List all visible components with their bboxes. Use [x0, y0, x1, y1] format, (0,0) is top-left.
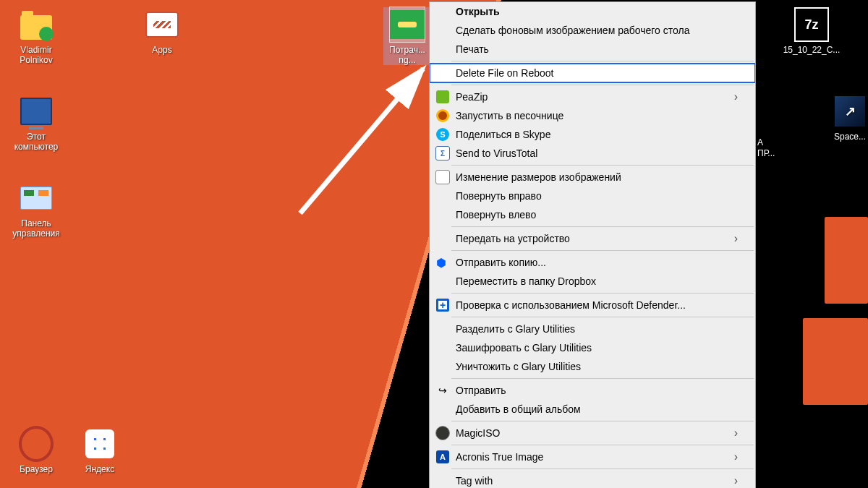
chevron-right-icon: ›	[734, 232, 738, 245]
chevron-right-icon: ›	[734, 427, 738, 440]
menu-glary-split[interactable]: Разделить с Glary Utilities	[430, 320, 755, 338]
obscured-icon-label: А ПР...	[757, 137, 775, 159]
desktop[interactable]: Vladimir Polnikov Apps Этот компьютер Па…	[0, 0, 868, 488]
user-folder-label: Vladimir Polnikov	[6, 45, 67, 65]
menu-delete-on-reboot[interactable]: Delete File on Reboot	[430, 64, 755, 82]
context-menu: Открыть Сделать фоновым изображением раб…	[429, 1, 756, 488]
virustotal-icon: Σ	[435, 146, 450, 160]
menu-open[interactable]: Открыть	[430, 2, 755, 21]
menu-defender-scan[interactable]: Проверка с использованием Microsoft Defe…	[430, 296, 755, 314]
dropbox-icon: ⬢	[435, 255, 450, 270]
share-icon: ↪	[435, 383, 450, 398]
menu-print[interactable]: Печать	[430, 40, 755, 59]
sandboxie-icon	[435, 108, 450, 123]
control-panel-label: Панель управления	[6, 218, 67, 239]
menu-glary-destroy[interactable]: Уничтожить с Glary Utilities	[430, 357, 755, 376]
menu-virustotal[interactable]: ΣSend to VirusTotal	[430, 144, 755, 163]
menu-tag-with[interactable]: Tag with›	[430, 471, 755, 488]
chevron-right-icon: ›	[734, 474, 738, 487]
chevron-right-icon: ›	[734, 90, 738, 103]
menu-cast-device[interactable]: Передать на устройство›	[430, 229, 755, 248]
this-pc-label: Этот компьютер	[6, 132, 67, 152]
menu-acronis[interactable]: AAcronis True Image›	[430, 448, 755, 466]
windows-logo-decoration	[788, 217, 868, 419]
menu-sandbox[interactable]: Запустить в песочнице	[430, 106, 755, 125]
menu-peazip[interactable]: PeaZip›	[430, 87, 755, 106]
menu-rotate-left[interactable]: Повернуть влево	[430, 205, 755, 224]
7z-archive-icon[interactable]: 7z 15_10_22_C...	[781, 7, 842, 55]
peazip-icon	[435, 90, 450, 104]
menu-dropbox-send[interactable]: ⬢Отправить копию...	[430, 253, 755, 272]
yandex-label: Яндекс	[69, 464, 130, 474]
7z-label: 15_10_22_C...	[781, 45, 842, 55]
yandex-icon[interactable]: Яндекс	[69, 427, 130, 474]
apps-shortcut[interactable]: Apps	[132, 7, 192, 55]
menu-shared-album[interactable]: Добавить в общий альбом	[430, 400, 755, 419]
selected-file-label: Потрач... ng...	[383, 45, 431, 65]
acronis-icon: A	[435, 450, 450, 464]
space-label: Space...	[832, 132, 868, 142]
menu-dropbox-move[interactable]: Переместить в папку Dropbox	[430, 272, 755, 291]
resize-icon	[435, 170, 450, 184]
space-app-icon[interactable]: ↗ Space...	[832, 94, 868, 142]
chevron-right-icon: ›	[734, 450, 738, 463]
svg-line-0	[300, 69, 423, 213]
control-panel-icon[interactable]: Панель управления	[6, 181, 67, 239]
menu-share[interactable]: ↪Отправить	[430, 381, 755, 400]
this-pc-icon[interactable]: Этот компьютер	[6, 94, 67, 152]
menu-set-wallpaper[interactable]: Сделать фоновым изображением рабочего ст…	[430, 21, 755, 40]
defender-icon	[435, 298, 450, 312]
skype-icon: S	[435, 127, 450, 142]
magiciso-icon	[435, 426, 450, 440]
menu-rotate-right[interactable]: Повернуть вправо	[430, 187, 755, 205]
selected-image-file[interactable]: Потрач... ng...	[383, 7, 431, 65]
user-folder-icon[interactable]: Vladimir Polnikov	[6, 7, 67, 65]
annotation-arrow	[297, 58, 434, 217]
menu-skype-share[interactable]: SПоделиться в Skype	[430, 125, 755, 144]
menu-magiciso[interactable]: MagicISO›	[430, 424, 755, 442]
opera-label: Браузер	[6, 464, 67, 474]
menu-resize-images[interactable]: Изменение размеров изображений	[430, 168, 755, 187]
opera-browser-icon[interactable]: Браузер	[6, 427, 67, 474]
apps-label: Apps	[132, 45, 192, 55]
menu-glary-encrypt[interactable]: Зашифровать с Glary Utilities	[430, 338, 755, 357]
